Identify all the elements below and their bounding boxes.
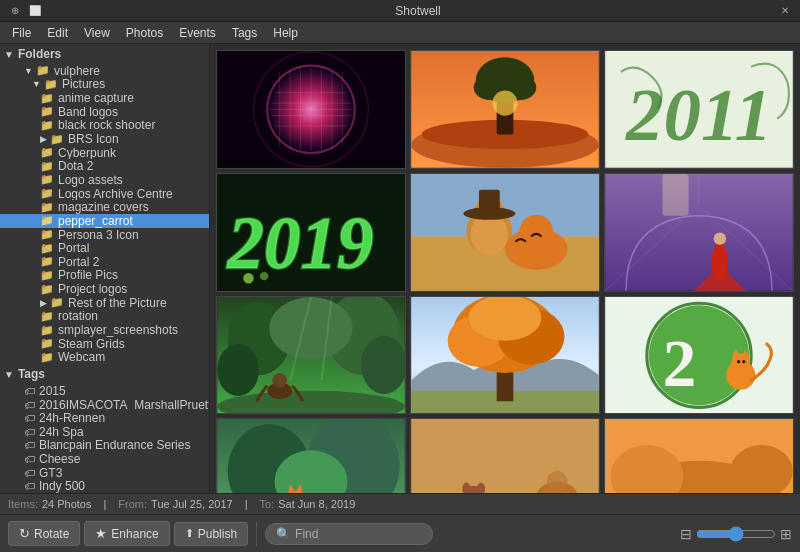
rotate-button[interactable]: ↻ Rotate xyxy=(8,521,80,546)
sidebar-tag-2016imsacota[interactable]: 🏷 2016IMSACOTA_MarshallPruett_915_ xyxy=(0,398,209,412)
publish-button[interactable]: ⬆ Publish xyxy=(174,522,248,546)
sidebar-item-steam-grids[interactable]: 📁 Steam Grids xyxy=(0,337,209,351)
sidebar-tag-indy500[interactable]: 🏷 Indy 500 xyxy=(0,480,209,493)
search-input[interactable] xyxy=(322,527,422,541)
items-value: 24 Photos xyxy=(42,496,92,512)
sidebar-tag-cheese[interactable]: 🏷 Cheese xyxy=(0,452,209,466)
sidebar-item-label: 2015 xyxy=(39,384,66,398)
folder-icon: 📁 xyxy=(40,187,54,200)
photo-thumbnail[interactable] xyxy=(216,296,406,415)
sidebar-item-vulphere[interactable]: ▼ 📁 vulphere xyxy=(0,64,209,78)
svg-text:2019: 2019 xyxy=(227,203,374,284)
photo-thumbnail[interactable] xyxy=(604,173,794,292)
sidebar-item-webcam[interactable]: 📁 Webcam xyxy=(0,350,209,364)
sidebar-item-cyberpunk[interactable]: 📁 Cyberpunk xyxy=(0,146,209,160)
menu-view[interactable]: View xyxy=(76,24,118,42)
svg-point-67 xyxy=(469,297,542,341)
folder-icon: 📁 xyxy=(44,78,58,91)
folder-icon: 📁 xyxy=(40,255,54,268)
photo-thumbnail[interactable]: 2 xyxy=(604,296,794,415)
rotate-icon: ↻ xyxy=(19,526,30,541)
sidebar-item-label: Portal xyxy=(58,241,89,255)
photo-thumbnail[interactable] xyxy=(410,418,600,493)
folder-icon: 📁 xyxy=(36,64,50,77)
sidebar-item-label: smplayer_screenshots xyxy=(58,323,178,337)
svg-point-76 xyxy=(737,360,740,363)
zoom-out-icon[interactable]: ⊟ xyxy=(680,526,692,542)
photo-thumbnail[interactable] xyxy=(410,173,600,292)
menu-file[interactable]: File xyxy=(4,24,39,42)
maximize-icon[interactable]: ⬜ xyxy=(28,4,42,18)
photo-thumbnail[interactable] xyxy=(410,296,600,415)
enhance-icon: ★ xyxy=(95,526,107,541)
svg-point-77 xyxy=(742,360,745,363)
photo-thumbnail[interactable] xyxy=(216,418,406,493)
sidebar-tag-24h-rennen[interactable]: 🏷 24h-Rennen xyxy=(0,411,209,425)
svg-point-53 xyxy=(269,297,352,360)
menu-photos[interactable]: Photos xyxy=(118,24,171,42)
sidebar-item-label: Dota 2 xyxy=(58,159,93,173)
sidebar-tag-blancpain[interactable]: 🏷 Blancpain Endurance Series xyxy=(0,439,209,453)
photo-thumbnail[interactable] xyxy=(410,50,600,169)
sidebar-item-portal2[interactable]: 📁 Portal 2 xyxy=(0,255,209,269)
search-box[interactable]: 🔍 Find xyxy=(265,523,433,545)
zoom-slider[interactable] xyxy=(696,526,776,542)
photo-thumbnail[interactable] xyxy=(604,418,794,493)
sidebar-item-band-logos[interactable]: 📁 Band logos xyxy=(0,105,209,119)
menu-help[interactable]: Help xyxy=(265,24,306,42)
folder-icon: 📁 xyxy=(40,269,54,282)
sidebar-tag-24h-spa[interactable]: 🏷 24h Spa xyxy=(0,425,209,439)
sidebar-item-label: magazine covers xyxy=(58,200,149,214)
find-label: Find xyxy=(295,527,318,541)
sidebar-item-label: Webcam xyxy=(58,350,105,364)
statusbar: Items: 24 Photos | From: Tue Jul 25, 201… xyxy=(0,493,800,514)
search-icon: 🔍 xyxy=(276,527,291,541)
sidebar-item-rotation[interactable]: 📁 rotation xyxy=(0,310,209,324)
menu-edit[interactable]: Edit xyxy=(39,24,76,42)
sidebar-item-profile-pics[interactable]: 📁 Profile Pics xyxy=(0,269,209,283)
sidebar-item-project-logos[interactable]: 📁 Project logos xyxy=(0,282,209,296)
folders-section-header[interactable]: ▼ Folders xyxy=(0,44,209,64)
photo-thumbnail[interactable]: 2019 2019 2019 xyxy=(216,173,406,292)
sidebar-item-magazine-covers[interactable]: 📁 magazine covers xyxy=(0,200,209,214)
sidebar-item-brs-icon[interactable]: ▶ 📁 BRS Icon xyxy=(0,132,209,146)
folder-icon: 📁 xyxy=(40,146,54,159)
photo-thumbnail[interactable] xyxy=(216,50,406,169)
svg-point-42 xyxy=(520,214,553,247)
folder-icon: 📁 xyxy=(40,324,54,337)
pin-icon[interactable]: ⊕ xyxy=(8,4,22,18)
sidebar-item-label: Blancpain Endurance Series xyxy=(39,439,190,453)
enhance-button[interactable]: ★ Enhance xyxy=(84,521,169,546)
sidebar-item-logos-archive[interactable]: 📁 Logos Archive Centre xyxy=(0,187,209,201)
rest-arrow: ▶ xyxy=(40,298,47,308)
menu-events[interactable]: Events xyxy=(171,24,224,42)
svg-rect-49 xyxy=(663,174,689,216)
svg-rect-87 xyxy=(411,419,599,493)
menu-tags[interactable]: Tags xyxy=(224,24,265,42)
sidebar-tag-2015[interactable]: 🏷 2015 xyxy=(0,384,209,398)
sidebar-item-label: Profile Pics xyxy=(58,269,118,283)
folders-label: Folders xyxy=(18,47,61,61)
tags-section-header[interactable]: ▼ Tags xyxy=(0,364,209,384)
sidebar-tag-gt3[interactable]: 🏷 GT3 xyxy=(0,466,209,480)
photo-thumbnail[interactable]: 2011 xyxy=(604,50,794,169)
sidebar-item-logo-assets[interactable]: 📁 Logo assets xyxy=(0,173,209,187)
zoom-in-icon[interactable]: ⊞ xyxy=(780,526,792,542)
brs-icon-arrow: ▶ xyxy=(40,134,47,144)
sidebar-item-dota2[interactable]: 📁 Dota 2 xyxy=(0,159,209,173)
sidebar-item-label: Band logos xyxy=(58,105,118,119)
sidebar-item-portal[interactable]: 📁 Portal xyxy=(0,241,209,255)
sidebar-item-rest-of-picture[interactable]: ▶ 📁 Rest of the Picture xyxy=(0,296,209,310)
sidebar-item-pepper-carrot[interactable]: 📁 pepper_carrot xyxy=(0,214,209,228)
sidebar-item-label: 2016IMSACOTA_MarshallPruett_915_ xyxy=(39,398,209,412)
tag-icon: 🏷 xyxy=(24,480,35,492)
menubar: File Edit View Photos Events Tags Help xyxy=(0,22,800,44)
sidebar-item-black-rock-shooter[interactable]: 📁 black rock shooter xyxy=(0,119,209,133)
close-icon[interactable]: ✕ xyxy=(778,4,792,18)
sidebar-item-pictures[interactable]: ▼ 📁 Pictures xyxy=(0,78,209,92)
sidebar-item-smplayer[interactable]: 📁 smplayer_screenshots xyxy=(0,323,209,337)
sidebar-item-persona3[interactable]: 📁 Persona 3 Icon xyxy=(0,228,209,242)
sidebar-item-anime-capture[interactable]: 📁 anime capture xyxy=(0,91,209,105)
svg-point-48 xyxy=(714,232,727,245)
sidebar-item-label: Logos Archive Centre xyxy=(58,187,173,201)
